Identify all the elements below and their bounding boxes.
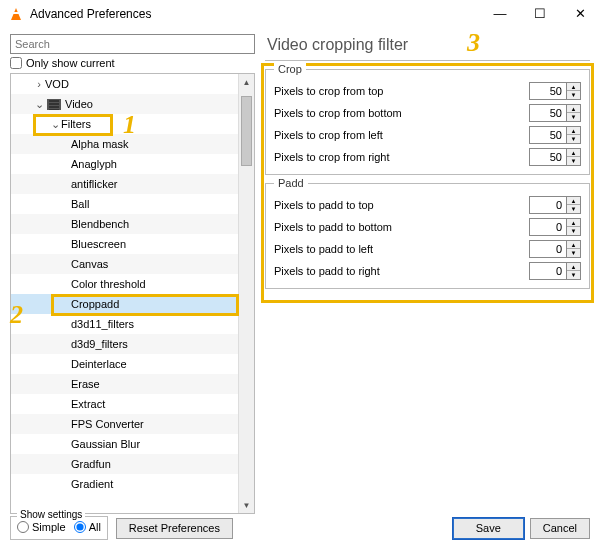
- tree-item-ball[interactable]: Ball: [11, 194, 238, 214]
- tree-item-label: Ball: [71, 198, 89, 210]
- tree-item-filters[interactable]: ⌄Filters: [11, 114, 238, 134]
- radio-simple[interactable]: Simple: [17, 521, 66, 533]
- spinner-input[interactable]: [530, 219, 566, 235]
- tree-item-canvas[interactable]: Canvas: [11, 254, 238, 274]
- twist-icon[interactable]: ⌄: [33, 98, 45, 111]
- content: Only show current ›VOD⌄Video⌄FiltersAlph…: [0, 28, 600, 514]
- field-label: Pixels to crop from top: [274, 85, 529, 97]
- scroll-thumb[interactable]: [241, 96, 252, 166]
- tree-item-alpha-mask[interactable]: Alpha mask: [11, 134, 238, 154]
- spin-up-icon[interactable]: ▲: [567, 219, 580, 227]
- spin-up-icon[interactable]: ▲: [567, 197, 580, 205]
- crop-field-2: Pixels to crop from left▲▼: [274, 124, 581, 146]
- tree-item-label: FPS Converter: [71, 418, 144, 430]
- preferences-tree[interactable]: ›VOD⌄Video⌄FiltersAlpha maskAnaglyphanti…: [11, 74, 238, 513]
- vlc-cone-icon: [8, 6, 24, 22]
- search-input[interactable]: [10, 34, 255, 54]
- padd-spinner-2[interactable]: ▲▼: [529, 240, 581, 258]
- spinner-input[interactable]: [530, 83, 566, 99]
- field-label: Pixels to crop from left: [274, 129, 529, 141]
- tree-item-vod[interactable]: ›VOD: [11, 74, 238, 94]
- spin-down-icon[interactable]: ▼: [567, 91, 580, 99]
- field-label: Pixels to padd to right: [274, 265, 529, 277]
- crop-spinner-1[interactable]: ▲▼: [529, 104, 581, 122]
- spin-down-icon[interactable]: ▼: [567, 227, 580, 235]
- spinner-input[interactable]: [530, 263, 566, 279]
- spin-up-icon[interactable]: ▲: [567, 83, 580, 91]
- padd-legend: Padd: [274, 177, 308, 189]
- tree-item-label: Extract: [71, 398, 105, 410]
- field-label: Pixels to padd to bottom: [274, 221, 529, 233]
- radio-all[interactable]: All: [74, 521, 101, 533]
- spinner-input[interactable]: [530, 105, 566, 121]
- scroll-down-icon[interactable]: ▼: [239, 497, 254, 513]
- crop-spinner-3[interactable]: ▲▼: [529, 148, 581, 166]
- field-label: Pixels to crop from right: [274, 151, 529, 163]
- spinner-input[interactable]: [530, 197, 566, 213]
- tree-scrollbar[interactable]: ▲ ▼: [238, 74, 254, 513]
- tree-item-label: Color threshold: [71, 278, 146, 290]
- tree-item-anaglyph[interactable]: Anaglyph: [11, 154, 238, 174]
- tree-item-croppadd[interactable]: Croppadd: [11, 294, 238, 314]
- padd-spinner-1[interactable]: ▲▼: [529, 218, 581, 236]
- spin-down-icon[interactable]: ▼: [567, 157, 580, 165]
- scroll-up-icon[interactable]: ▲: [239, 74, 254, 90]
- spin-up-icon[interactable]: ▲: [567, 127, 580, 135]
- tree-item-color-threshold[interactable]: Color threshold: [11, 274, 238, 294]
- tree-item-gradient[interactable]: Gradient: [11, 474, 238, 494]
- padd-spinner-3[interactable]: ▲▼: [529, 262, 581, 280]
- padd-field-1: Pixels to padd to bottom▲▼: [274, 216, 581, 238]
- minimize-button[interactable]: —: [480, 0, 520, 28]
- tree-item-d3d9-filters[interactable]: d3d9_filters: [11, 334, 238, 354]
- scroll-track[interactable]: [239, 90, 254, 497]
- tree-item-gaussian-blur[interactable]: Gaussian Blur: [11, 434, 238, 454]
- spin-up-icon[interactable]: ▲: [567, 241, 580, 249]
- padd-spinner-0[interactable]: ▲▼: [529, 196, 581, 214]
- spin-down-icon[interactable]: ▼: [567, 135, 580, 143]
- tree-item-label: Anaglyph: [71, 158, 117, 170]
- padd-group: Padd Pixels to padd to top▲▼Pixels to pa…: [265, 183, 590, 289]
- spinner-input[interactable]: [530, 127, 566, 143]
- tree-item-label: Gaussian Blur: [71, 438, 140, 450]
- only-show-current-label: Only show current: [26, 57, 115, 69]
- tree-item-antiflicker[interactable]: antiflicker: [11, 174, 238, 194]
- reset-preferences-button[interactable]: Reset Preferences: [116, 518, 233, 539]
- tree-item-label: Gradfun: [71, 458, 111, 470]
- spin-down-icon[interactable]: ▼: [567, 113, 580, 121]
- field-label: Pixels to padd to top: [274, 199, 529, 211]
- tree-item-d3d11-filters[interactable]: d3d11_filters: [11, 314, 238, 334]
- tree-item-extract[interactable]: Extract: [11, 394, 238, 414]
- twist-icon[interactable]: ›: [33, 78, 45, 90]
- twist-icon[interactable]: ⌄: [49, 118, 61, 131]
- padd-field-2: Pixels to padd to left▲▼: [274, 238, 581, 260]
- spinner-input[interactable]: [530, 241, 566, 257]
- tree-item-video[interactable]: ⌄Video: [11, 94, 238, 114]
- spin-down-icon[interactable]: ▼: [567, 249, 580, 257]
- spin-down-icon[interactable]: ▼: [567, 271, 580, 279]
- only-show-current-checkbox[interactable]: [10, 57, 22, 69]
- cancel-button[interactable]: Cancel: [530, 518, 590, 539]
- crop-spinner-0[interactable]: ▲▼: [529, 82, 581, 100]
- tree-item-blendbench[interactable]: Blendbench: [11, 214, 238, 234]
- video-icon: [47, 99, 61, 110]
- close-button[interactable]: ✕: [560, 0, 600, 28]
- spinner-input[interactable]: [530, 149, 566, 165]
- spin-up-icon[interactable]: ▲: [567, 149, 580, 157]
- crop-spinner-2[interactable]: ▲▼: [529, 126, 581, 144]
- save-button[interactable]: Save: [453, 518, 524, 539]
- tree-item-label: Gradient: [71, 478, 113, 490]
- tree-item-label: Filters: [61, 118, 91, 130]
- only-show-current[interactable]: Only show current: [10, 57, 255, 69]
- spin-down-icon[interactable]: ▼: [567, 205, 580, 213]
- crop-group: Crop Pixels to crop from top▲▼Pixels to …: [265, 69, 590, 175]
- window-controls: — ☐ ✕: [480, 0, 600, 28]
- tree-item-bluescreen[interactable]: Bluescreen: [11, 234, 238, 254]
- tree-item-fps-converter[interactable]: FPS Converter: [11, 414, 238, 434]
- tree-item-gradfun[interactable]: Gradfun: [11, 454, 238, 474]
- tree-item-deinterlace[interactable]: Deinterlace: [11, 354, 238, 374]
- tree-item-erase[interactable]: Erase: [11, 374, 238, 394]
- spin-up-icon[interactable]: ▲: [567, 263, 580, 271]
- spin-up-icon[interactable]: ▲: [567, 105, 580, 113]
- tree-item-label: VOD: [45, 78, 69, 90]
- maximize-button[interactable]: ☐: [520, 0, 560, 28]
